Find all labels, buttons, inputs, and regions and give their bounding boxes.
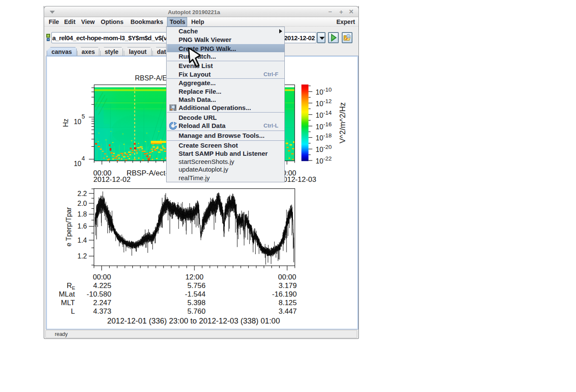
svg-text:-1.544: -1.544 [185,290,206,298]
svg-text:-10: -10 [323,86,332,93]
svg-text:-22: -22 [323,155,332,162]
svg-text:L: L [71,307,75,315]
svg-text:-20: -20 [323,144,332,150]
svg-text:1.4: 1.4 [78,237,87,244]
svg-text:3.179: 3.179 [278,282,297,290]
svg-text:10: 10 [74,118,81,125]
svg-text:4.225: 4.225 [93,282,111,290]
svg-text:4: 4 [82,155,85,162]
svg-text:2.247: 2.247 [93,299,111,307]
svg-text:5: 5 [82,113,85,120]
svg-text:5.398: 5.398 [187,299,206,307]
svg-text:00:00: 00:00 [278,273,296,281]
svg-text:10: 10 [316,123,323,131]
svg-text:8.125: 8.125 [278,299,297,307]
svg-text:-18: -18 [323,132,332,139]
svg-text:1.2: 1.2 [78,252,87,260]
svg-text:10: 10 [316,89,323,96]
svg-text:10: 10 [316,112,323,119]
svg-text:10: 10 [316,100,323,107]
svg-text:1.6: 1.6 [78,223,87,230]
svg-text:MLT: MLT [61,299,75,307]
svg-text:5.756: 5.756 [187,282,206,290]
svg-text:5.760: 5.760 [187,307,206,315]
svg-text:2.0: 2.0 [78,200,87,207]
svg-text:-16: -16 [323,121,332,128]
svg-text:10: 10 [316,134,323,142]
svg-text:3.447: 3.447 [278,307,297,315]
svg-text:-12: -12 [323,98,332,104]
svg-text:V^2/m^2/Hz: V^2/m^2/Hz [338,102,347,143]
svg-text:10: 10 [316,146,323,153]
svg-text:2.2: 2.2 [78,190,87,197]
svg-text:-10.580: -10.580 [87,290,111,298]
svg-text:2012-12-01 (336) 23:00 to 2012: 2012-12-01 (336) 23:00 to 2012-12-03 (33… [107,317,280,325]
svg-text:e Tperp/Tpar: e Tperp/Tpar [65,207,72,246]
svg-text:-14: -14 [323,110,332,116]
svg-text:MLat: MLat [59,290,75,298]
svg-text:4.373: 4.373 [93,307,111,315]
svg-text:2012-12-02: 2012-12-02 [93,175,131,184]
svg-text:R: R [67,282,72,290]
svg-text:1.8: 1.8 [78,211,87,218]
svg-text:Hz: Hz [62,119,69,127]
svg-text:00:00: 00:00 [93,273,111,281]
svg-text:-16.190: -16.190 [272,290,297,298]
svg-text:12:00: 12:00 [185,273,204,281]
svg-text:10: 10 [74,160,81,167]
svg-text:10: 10 [316,157,323,165]
